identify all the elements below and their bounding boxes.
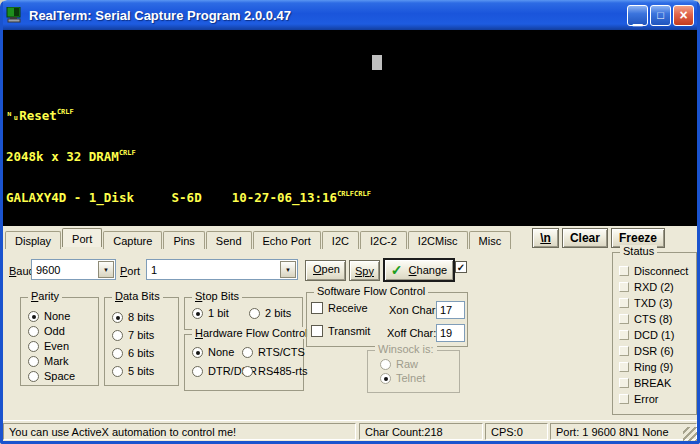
ring-led-icon: [619, 362, 629, 372]
baud-combobox[interactable]: 9600 ▼: [31, 259, 116, 280]
statusbar-cps: CPS:0: [485, 423, 548, 440]
data-bits-5-radio[interactable]: 5 bits: [112, 365, 154, 377]
status-dsr: DSR (6): [619, 345, 674, 357]
xon-char-input[interactable]: [436, 301, 465, 319]
hw-flow-rtscts-radio[interactable]: RTS/CTS: [242, 346, 305, 358]
winsock-raw-radio[interactable]: Raw: [380, 358, 418, 370]
port-value: 1: [147, 264, 279, 276]
parity-even-radio[interactable]: Even: [28, 340, 69, 352]
status-bar: You can use ActiveX automation to contro…: [3, 420, 697, 441]
tab-port[interactable]: Port: [62, 228, 102, 247]
hardware-flow-group: Hardware Flow Control None RTS/CTS DTR/D…: [184, 334, 304, 391]
hw-flow-rs485-radio[interactable]: RS485-rts: [242, 365, 308, 377]
baud-value: 9600: [32, 264, 97, 276]
break-led-icon: [619, 378, 629, 388]
maximize-button[interactable]: □: [650, 5, 671, 26]
tab-echo-port[interactable]: Echo Port: [253, 231, 321, 249]
change-checkbox[interactable]: ✓: [455, 261, 467, 273]
terminal-line: 2048k x 32 DRAMCRLF: [6, 147, 371, 161]
software-flow-group: Software Flow Control Receive Xon Char: …: [306, 292, 468, 347]
status-break: BREAK: [619, 377, 671, 389]
xon-char-label: Xon Char:: [389, 304, 439, 316]
open-button[interactable]: Open: [305, 260, 346, 281]
transmit-checkbox[interactable]: Transmit: [311, 325, 370, 337]
spy-button[interactable]: Spy: [349, 260, 380, 281]
stop-bits-1-radio[interactable]: 1 bit: [192, 307, 229, 319]
tab-i2cmisc[interactable]: I2CMisc: [408, 231, 468, 249]
txd-led-icon: [619, 298, 629, 308]
terminal-display[interactable]: ᴺᵤResetCRLF 2048k x 32 DRAMCRLF GALAXY4D…: [3, 30, 697, 226]
dropdown-arrow-icon[interactable]: ▼: [98, 261, 114, 278]
dropdown-arrow-icon[interactable]: ▼: [280, 261, 296, 278]
xoff-char-label: Xoff Char:: [387, 327, 436, 339]
winsock-group: Winsock is: Raw Telnet: [367, 350, 460, 393]
data-bits-7-radio[interactable]: 7 bits: [112, 329, 154, 341]
status-group: Status Disconnect RXD (2) TXD (3) CTS (8…: [612, 252, 697, 415]
status-cts: CTS (8): [619, 313, 673, 325]
terminal-line: ᴺᵤResetCRLF: [6, 106, 371, 120]
disconnect-led-icon: [619, 266, 629, 276]
app-icon: [6, 7, 24, 23]
tab-send[interactable]: Send: [206, 231, 252, 249]
port-label: Port: [120, 265, 140, 277]
status-rxd: RXD (2): [619, 281, 674, 293]
xoff-char-input[interactable]: [436, 324, 465, 342]
hw-flow-none-radio[interactable]: None: [192, 346, 234, 358]
terminal-line: GALAXY4D - 1_Disk S-6D 10-27-06_13:16CRL…: [6, 188, 371, 202]
parity-space-radio[interactable]: Space: [28, 370, 75, 382]
resize-grip[interactable]: [683, 427, 697, 441]
winsock-telnet-radio[interactable]: Telnet: [380, 372, 425, 384]
parity-none-radio[interactable]: None: [28, 310, 70, 322]
status-ring: Ring (9): [619, 361, 673, 373]
parity-odd-radio[interactable]: Odd: [28, 325, 65, 337]
data-bits-8-radio[interactable]: 8 bits: [112, 311, 154, 323]
rxd-led-icon: [619, 282, 629, 292]
clear-button[interactable]: Clear: [562, 228, 608, 248]
realterm-window: RealTerm: Serial Capture Program 2.0.0.4…: [0, 0, 700, 444]
tab-capture[interactable]: Capture: [103, 231, 162, 249]
title-bar[interactable]: RealTerm: Serial Capture Program 2.0.0.4…: [0, 0, 700, 30]
minimize-button[interactable]: ▁: [627, 5, 648, 26]
status-error: Error: [619, 393, 658, 405]
tab-display[interactable]: Display: [5, 231, 61, 249]
tab-bar: DisplayPortCapturePinsSendEcho PortI2CI2…: [5, 228, 695, 249]
stop-bits-group: Stop Bits 1 bit 2 bits: [184, 297, 303, 330]
dcd-led-icon: [619, 330, 629, 340]
cts-led-icon: [619, 314, 629, 324]
data-bits-group: Data Bits 8 bits 7 bits 6 bits 5 bits: [104, 297, 179, 386]
tab-misc[interactable]: Misc: [469, 231, 512, 249]
status-disconnect: Disconnect: [619, 265, 688, 277]
statusbar-char-count: Char Count:218: [359, 423, 483, 440]
receive-checkbox[interactable]: Receive: [311, 302, 368, 314]
green-check-icon: ✓: [391, 262, 403, 278]
settings-panel: DisplayPortCapturePinsSendEcho PortI2CI2…: [3, 226, 697, 420]
dsr-led-icon: [619, 346, 629, 356]
window-title: RealTerm: Serial Capture Program 2.0.0.4…: [29, 8, 627, 23]
port-combobox[interactable]: 1 ▼: [146, 259, 298, 280]
tab-i2c[interactable]: I2C: [322, 231, 359, 249]
statusbar-message: You can use ActiveX automation to contro…: [3, 423, 356, 440]
change-button[interactable]: ✓Change: [383, 258, 455, 282]
status-dcd: DCD (1): [619, 329, 674, 341]
stop-bits-2-radio[interactable]: 2 bits: [249, 307, 291, 319]
data-bits-6-radio[interactable]: 6 bits: [112, 347, 154, 359]
parity-mark-radio[interactable]: Mark: [28, 355, 68, 367]
status-txd: TXD (3): [619, 297, 673, 309]
statusbar-port-info: Port: 1 9600 8N1 None: [550, 423, 697, 440]
newline-button[interactable]: \n: [532, 228, 559, 248]
tab-i2c-2[interactable]: I2C-2: [360, 231, 407, 249]
error-led-icon: [619, 394, 629, 404]
parity-group: Parity None Odd Even Mark Space: [20, 297, 99, 386]
stray-block-glyph: [372, 55, 382, 70]
tab-pins[interactable]: Pins: [163, 231, 204, 249]
close-button[interactable]: ×: [673, 5, 694, 26]
